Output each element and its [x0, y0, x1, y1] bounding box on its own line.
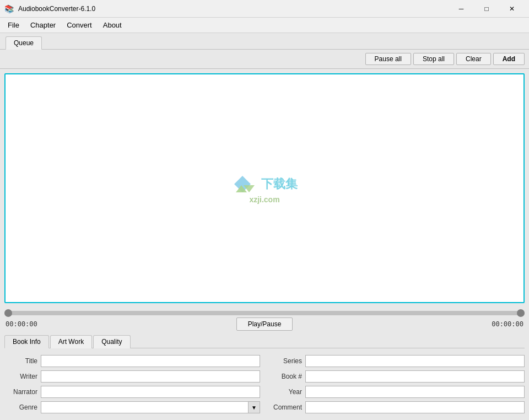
series-label: Series	[269, 357, 302, 365]
series-row: Series	[269, 355, 525, 367]
year-input[interactable]	[305, 386, 525, 398]
watermark-cn-text: 下载集	[261, 176, 298, 192]
genre-select-wrapper: ▼	[41, 401, 260, 413]
minimize-button[interactable]: ─	[449, 0, 474, 18]
time-start: 00:00:00	[6, 320, 37, 328]
watermark: 下载集 xzji.com	[231, 173, 298, 204]
pause-all-button[interactable]: Pause all	[365, 53, 411, 65]
comment-input[interactable]	[305, 401, 525, 413]
add-button[interactable]: Add	[493, 53, 525, 65]
tab-quality[interactable]: Quality	[93, 335, 130, 348]
menu-chapter[interactable]: Chapter	[25, 19, 61, 31]
title-row: Title	[4, 355, 260, 367]
maximize-button[interactable]: □	[474, 0, 499, 18]
time-end: 00:00:00	[492, 320, 523, 328]
time-display: 00:00:00 Play/Pause 00:00:00	[4, 317, 525, 331]
clear-button[interactable]: Clear	[456, 53, 491, 65]
comment-label: Comment	[269, 403, 302, 411]
book-num-label: Book #	[269, 373, 302, 380]
genre-row: Genre ▼	[4, 401, 260, 413]
title-input[interactable]	[41, 355, 260, 367]
genre-label: Genre	[4, 403, 37, 411]
stop-all-button[interactable]: Stop all	[413, 53, 454, 65]
genre-input[interactable]	[41, 401, 248, 413]
queue-list: 下载集 xzji.com	[4, 73, 525, 303]
bottom-panel: Book Info Art Work Quality Title Writer …	[0, 332, 529, 420]
menu-convert[interactable]: Convert	[61, 19, 98, 31]
tab-book-info[interactable]: Book Info	[4, 335, 49, 348]
series-input[interactable]	[305, 355, 525, 367]
menu-bar: File Chapter Convert About	[0, 18, 529, 33]
progress-thumb-left[interactable]	[4, 309, 12, 317]
comment-row: Comment	[269, 401, 525, 413]
narrator-label: Narrator	[4, 388, 37, 396]
progress-area: 00:00:00 Play/Pause 00:00:00	[0, 308, 529, 332]
book-num-input[interactable]	[305, 370, 525, 383]
app-icon: 📚	[4, 4, 14, 13]
menu-file[interactable]: File	[2, 19, 25, 31]
genre-dropdown-button[interactable]: ▼	[248, 401, 260, 413]
year-row: Year	[269, 386, 525, 398]
narrator-input[interactable]	[41, 386, 260, 398]
book-info-form: Title Writer Narrator Genre ▼	[4, 353, 525, 416]
queue-controls: Pause all Stop all Clear Add	[0, 50, 529, 69]
main-content: 下载集 xzji.com	[0, 69, 529, 308]
writer-label: Writer	[4, 373, 37, 380]
menu-about[interactable]: About	[98, 19, 127, 31]
progress-thumb-right[interactable]	[517, 309, 525, 317]
play-pause-button[interactable]: Play/Pause	[236, 317, 293, 331]
window-controls: ─ □ ✕	[449, 0, 525, 18]
writer-input[interactable]	[41, 370, 260, 383]
book-num-row: Book #	[269, 370, 525, 383]
watermark-url-text: xzji.com	[249, 195, 279, 204]
progress-track[interactable]	[4, 311, 525, 315]
title-label: Title	[4, 357, 37, 365]
queue-tab[interactable]: Queue	[6, 36, 42, 50]
narrator-row: Narrator	[4, 386, 260, 398]
close-button[interactable]: ✕	[499, 0, 525, 18]
bottom-tabs: Book Info Art Work Quality	[4, 335, 525, 348]
year-label: Year	[269, 388, 302, 396]
tab-area: Queue	[0, 33, 529, 50]
watermark-logo-icon	[231, 173, 259, 195]
tab-art-work[interactable]: Art Work	[50, 335, 92, 348]
title-bar: 📚 AudiobookConverter-6.1.0 ─ □ ✕	[0, 0, 529, 18]
writer-row: Writer	[4, 370, 260, 383]
app-title: AudiobookConverter-6.1.0	[18, 5, 95, 13]
